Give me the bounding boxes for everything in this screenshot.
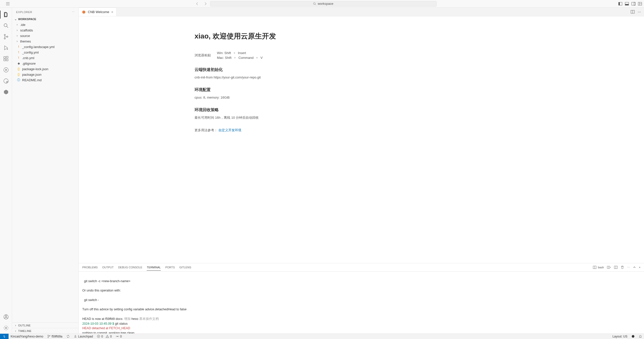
layout-panel-icon[interactable]: [625, 2, 629, 6]
status-launchpad[interactable]: Launchpad: [72, 334, 95, 339]
status-notifications[interactable]: [637, 334, 644, 339]
terminal-output[interactable]: git switch -c <new-branch-name> Or undo …: [79, 272, 644, 333]
section-cloud-init: 云端快速初始化: [195, 67, 634, 72]
panel-tab-gitlens[interactable]: GITLENS: [179, 264, 191, 270]
folder-item[interactable]: ›themes: [12, 38, 79, 44]
svg-rect-5: [632, 2, 635, 5]
chevron-down-icon: ⌄: [14, 17, 17, 21]
workspace-section[interactable]: ⌄ WORKSPACE: [12, 16, 79, 22]
svg-rect-16: [6, 56, 8, 58]
file-name: README.md: [22, 78, 42, 82]
customize-layout-icon[interactable]: [638, 2, 642, 6]
error-icon: [97, 335, 100, 338]
nav-back-button[interactable]: [194, 2, 201, 6]
layout-secondary-sidebar-icon[interactable]: [631, 2, 635, 6]
section-env-config: 环境配置: [195, 87, 634, 93]
file-item[interactable]: ⓘREADME.md: [12, 77, 79, 83]
file-item[interactable]: ◆.gitignore: [12, 61, 79, 66]
env-config-text: cpus: 8, memory: 16GiB: [195, 95, 634, 100]
chevron-right-icon: ›: [16, 34, 19, 37]
panel-tab-terminal[interactable]: TERMINAL: [147, 264, 161, 271]
activity-cnb[interactable]: [0, 87, 12, 98]
folder-item[interactable]: ›scaffolds: [12, 27, 79, 33]
tab-close-icon[interactable]: ×: [111, 10, 113, 14]
activity-explorer[interactable]: [0, 9, 12, 20]
file-item[interactable]: {}package.json: [12, 72, 79, 77]
status-problems[interactable]: 0 0: [95, 334, 114, 339]
svg-rect-4: [625, 4, 629, 5]
terminal-shell-indicator[interactable]: bash: [593, 266, 604, 269]
file-name: package-lock.json: [22, 67, 48, 71]
warning-icon: [106, 335, 109, 338]
status-sync[interactable]: [64, 334, 72, 339]
timeline-section[interactable]: ›TIMELINE: [12, 328, 79, 333]
svg-point-8: [4, 24, 7, 27]
tab-more-icon[interactable]: ⋯: [638, 10, 641, 14]
status-ports[interactable]: 0: [114, 334, 124, 339]
activity-remote-explorer[interactable]: [0, 75, 12, 87]
panel-tab-debug-console[interactable]: DEBUG CONSOLE: [118, 264, 142, 270]
panel-close-icon[interactable]: ×: [639, 266, 640, 269]
file-item[interactable]: !.cnb.yml: [12, 55, 79, 61]
activity-accounts[interactable]: [0, 311, 12, 322]
activity-source-control[interactable]: [0, 31, 12, 42]
outline-section[interactable]: ›OUTLINE: [12, 322, 79, 328]
json-file-icon: {}: [17, 67, 21, 71]
section-recycle-policy: 环境回收策略: [195, 107, 634, 113]
nav-forward-button[interactable]: [202, 2, 209, 6]
file-item[interactable]: !_config.landscape.yml: [12, 44, 79, 50]
svg-point-0: [314, 3, 316, 5]
file-name: package.json: [22, 73, 42, 76]
activity-settings[interactable]: [0, 322, 12, 333]
panel-tab-problems[interactable]: PROBLEMS: [82, 264, 98, 270]
file-name: _config.yml: [22, 51, 39, 54]
status-cnb-icon[interactable]: [629, 334, 637, 339]
chevron-right-icon: ›: [16, 28, 19, 32]
activity-run-debug[interactable]: [0, 42, 12, 53]
panel-more-icon[interactable]: ⋯: [627, 266, 630, 269]
status-layout[interactable]: Layout: US: [611, 334, 629, 339]
panel-tab-ports[interactable]: PORTS: [165, 264, 175, 270]
file-item[interactable]: {}package-lock.json: [12, 66, 79, 72]
folder-name: .ide: [20, 23, 25, 27]
bell-icon: [639, 335, 642, 338]
bottom-panel: PROBLEMS OUTPUT DEBUG CONSOLE TERMINAL P…: [79, 263, 644, 333]
panel-tab-output[interactable]: OUTPUT: [102, 264, 113, 270]
new-terminal-dropdown-icon[interactable]: [607, 266, 611, 269]
status-repo[interactable]: KincaidYang/hexo-demo: [9, 334, 45, 339]
folder-item[interactable]: ›source: [12, 33, 79, 38]
recycle-policy-text: 最长可用时间 16h，离线 10 分钟后自动回收: [195, 115, 634, 120]
command-center-search[interactable]: workspace: [210, 1, 437, 7]
tab-cnb-welcome[interactable]: CNB Welcome ×: [79, 8, 117, 16]
search-placeholder: workspace: [318, 2, 333, 6]
split-editor-icon[interactable]: [631, 10, 635, 14]
svg-point-22: [5, 327, 7, 329]
yaml-file-icon: !: [17, 45, 21, 49]
sidebar-more-icon[interactable]: ⋯: [72, 10, 75, 14]
svg-point-9: [4, 34, 5, 36]
split-terminal-icon[interactable]: [614, 266, 618, 269]
kill-terminal-icon[interactable]: [621, 266, 624, 269]
status-branch[interactable]: f59ffd9a: [45, 334, 64, 339]
file-name: .gitignore: [22, 62, 35, 65]
activity-extensions[interactable]: [0, 53, 12, 64]
svg-rect-14: [4, 59, 6, 61]
custom-dev-env-link[interactable]: 自定义开发环境: [218, 128, 241, 132]
activity-live-preview[interactable]: [0, 64, 12, 75]
tab-label: CNB Welcome: [88, 10, 109, 14]
chevron-right-icon: ›: [14, 324, 17, 327]
folder-name: scaffolds: [20, 28, 33, 32]
panel-maximize-icon[interactable]: [633, 266, 636, 269]
remote-indicator[interactable]: [0, 334, 9, 339]
svg-point-32: [117, 336, 118, 337]
yaml-file-icon: !: [17, 56, 21, 60]
file-item[interactable]: !_config.yml: [12, 50, 79, 55]
yaml-file-icon: !: [17, 51, 21, 54]
layout-primary-sidebar-icon[interactable]: [618, 2, 622, 6]
explorer-sidebar: EXPLORER ⋯ ⌄ WORKSPACE ›.ide ›scaffolds …: [12, 8, 79, 333]
activity-search[interactable]: [0, 20, 12, 31]
folder-item[interactable]: ›.ide: [12, 22, 79, 27]
editor-tabs: CNB Welcome × ⋯: [79, 8, 644, 16]
app-menu-button[interactable]: [4, 0, 12, 8]
svg-point-28: [48, 335, 49, 336]
